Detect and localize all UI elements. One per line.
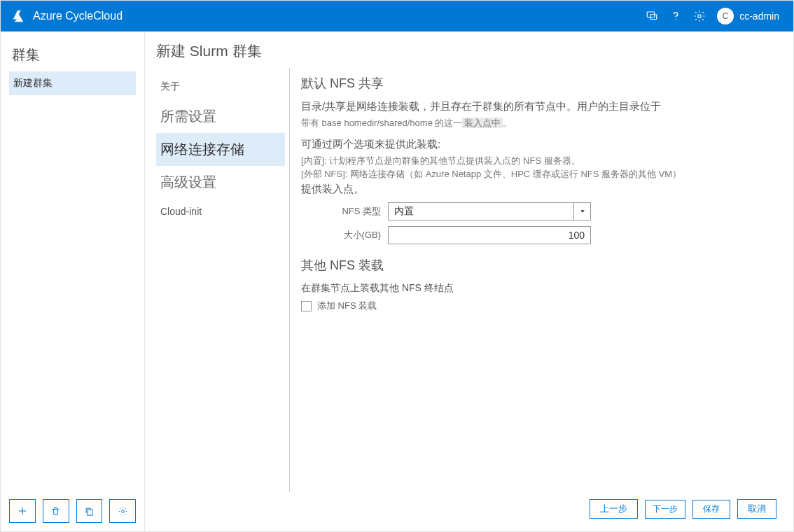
step-cloud-init[interactable]: Cloud-init [156,199,285,224]
svg-point-5 [121,510,124,512]
sidebar-item-new-cluster[interactable]: 新建群集 [9,71,136,95]
next-button[interactable]: 下一步 [645,500,685,519]
prev-button[interactable]: 上一步 [590,499,638,519]
svg-rect-4 [88,510,92,515]
step-about[interactable]: 关于 [156,74,285,100]
page-title: 新建 Slurm 群集 [155,41,781,61]
desc2-opt1: [内置]: 计划程序节点是向群集的其他节点提供装入点的 NFS 服务器。 [301,154,772,168]
wizard-steps: 关于 所需设置 网络连接存储 高级设置 Cloud-init [155,68,289,492]
feedback-icon[interactable] [640,1,664,31]
svg-point-3 [698,15,702,18]
add-nfs-label: 添加 NFS 装载 [317,300,377,312]
nfs-type-select[interactable]: 内置 [388,202,591,220]
desc-line2-suffix: 。 [503,118,512,128]
nfs-type-value: 内置 [394,205,414,218]
section-other-nfs: 其他 NFS 装载 [301,257,772,274]
cancel-button[interactable]: 取消 [737,499,776,519]
wizard-footer: 上一步 下一步 保存 取消 [155,492,781,523]
username: cc-admin [739,10,779,22]
content: 新建 Slurm 群集 关于 所需设置 网络连接存储 高级设置 Cloud-in… [145,31,793,531]
desc2-opt2: [外部 NFS]: 网络连接存储（如 Azure Netapp 文件、HPC 缓… [301,167,772,181]
label-nfs-type: NFS 类型 [301,205,388,218]
step-advanced[interactable]: 高级设置 [156,166,285,199]
label-size: 大小(GB) [301,229,388,241]
desc-line2-highlight: 装入点中 [462,118,503,128]
desc-line2-prefix: 带有 base homedir/shared/home 的这一 [301,118,462,128]
help-icon[interactable] [664,1,688,31]
desc-line2: 带有 base homedir/shared/home 的这一装入点中。 [301,116,772,130]
section-default-nfs: 默认 NFS 共享 [301,75,772,92]
svg-point-2 [676,19,676,20]
desc2-tail: 提供装入点。 [301,181,772,197]
settings-gear-icon[interactable] [688,1,711,31]
trash-icon[interactable] [43,499,69,523]
chevron-down-icon [573,203,590,220]
size-input[interactable] [388,226,591,244]
gear-icon[interactable] [109,499,136,523]
sidebar-heading: 群集 [9,41,136,71]
add-nfs-checkbox[interactable] [301,301,312,312]
section2-desc: 在群集节点上装载其他 NFS 终结点 [301,281,772,295]
user-avatar[interactable]: C [717,8,734,24]
sidebar: 群集 新建群集 [1,31,145,531]
desc-line1: 目录/共享是网络连接装载，并且存在于群集的所有节点中。用户的主目录位于 [301,99,772,115]
azure-logo-icon [11,8,26,24]
step-network-storage[interactable]: 网络连接存储 [156,133,285,166]
sidebar-toolbar [9,492,136,523]
step-required[interactable]: 所需设置 [156,100,285,133]
product-title: Azure CycleCloud [33,10,123,22]
plus-icon[interactable] [9,499,36,523]
form-panel: 默认 NFS 共享 目录/共享是网络连接装载，并且存在于群集的所有节点中。用户的… [289,68,781,492]
topbar: Azure CycleCloud C cc-admin [1,1,793,31]
copy-icon[interactable] [76,499,103,523]
save-button[interactable]: 保存 [692,500,730,519]
desc2: 可通过两个选项来提供此装载: [301,136,772,153]
